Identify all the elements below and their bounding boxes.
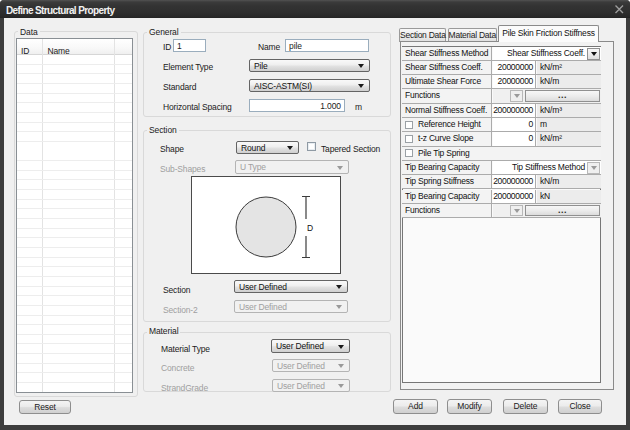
svg-text:D: D [307, 223, 313, 233]
